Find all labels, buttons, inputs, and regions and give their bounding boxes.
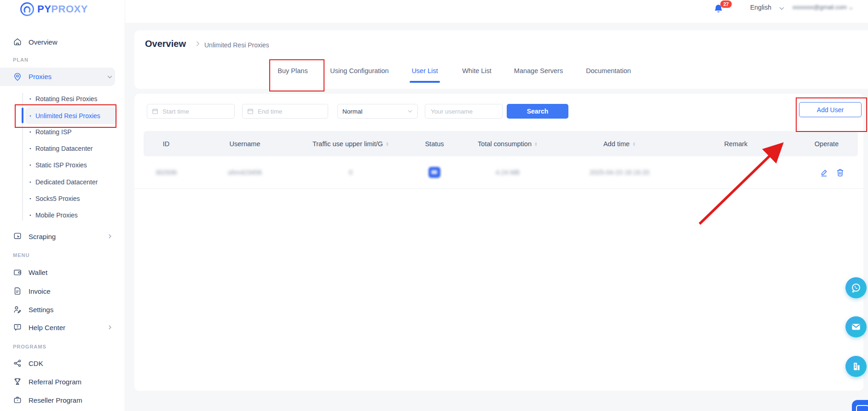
pyproxy-dashboard: PYPROXY Overview PLAN Proxies ▪Rotating …	[0, 0, 868, 411]
share-nodes-icon	[13, 359, 22, 368]
column-header-total-consumption: Total consumption ▲▼	[478, 131, 538, 156]
user-list-panel: Normal Search Add User ID Username Traff…	[134, 94, 863, 391]
building-icon	[850, 360, 862, 372]
table-header: ID Username Traffic use upper limit/G ▲▼…	[144, 131, 858, 156]
sidebar-item-referral-program[interactable]: Referral Program	[0, 373, 120, 390]
end-time-input[interactable]	[257, 108, 323, 115]
bullet-icon: ▪	[29, 97, 31, 101]
status-select[interactable]: Normal	[337, 104, 418, 119]
cell-traffic-limit: 0	[349, 156, 353, 188]
end-time-field[interactable]	[242, 104, 328, 119]
column-header-id: ID	[163, 131, 170, 156]
column-header-add-time: Add time ▲▼	[603, 131, 636, 156]
sidebar-item-rotating-datacenter[interactable]: ▪Rotating Datacenter	[25, 140, 117, 157]
sidebar-item-help-center[interactable]: ? Help Center	[0, 319, 120, 336]
delete-icon[interactable]	[835, 168, 845, 177]
column-header-username: Username	[230, 131, 260, 156]
tab-buy-plans[interactable]: Buy Plans	[278, 67, 307, 74]
tab-white-list[interactable]: White List	[462, 67, 492, 74]
page-header-card: Overview Unlimited Resi Proxies Buy Plan…	[134, 30, 868, 89]
scraping-icon	[13, 232, 22, 241]
start-time-input[interactable]	[162, 108, 230, 115]
username-field[interactable]	[425, 104, 503, 119]
whatsapp-icon	[850, 282, 862, 294]
location-pin-icon	[13, 72, 22, 81]
sidebar-item-label: Overview	[29, 38, 58, 46]
pyproxy-logo-icon	[20, 2, 34, 16]
cell-operate	[819, 156, 845, 188]
status-select-value: Normal	[342, 108, 363, 115]
breadcrumb-current: Unlimited Resi Proxies	[204, 41, 269, 49]
section-label-plan: PLAN	[13, 57, 29, 63]
sidebar-item-overview[interactable]: Overview	[0, 34, 120, 50]
briefcase-icon	[13, 395, 22, 405]
sort-control[interactable]: ▲▼	[534, 142, 538, 146]
sidebar-item-reseller-program[interactable]: Reseller Program	[0, 392, 120, 408]
breadcrumb-chevron-icon	[195, 40, 201, 47]
sidebar-item-rotating-isp[interactable]: ▪Rotating ISP	[25, 124, 117, 140]
wallet-icon	[13, 268, 22, 277]
sidebar-item-rotating-resi-proxies[interactable]: ▪Rotating Resi Proxies	[25, 91, 117, 107]
sidebar-item-socks5-proxies[interactable]: ▪Socks5 Proxies	[25, 190, 117, 207]
tab-using-configuration[interactable]: Using Configuration	[330, 67, 388, 74]
language-selector[interactable]: English	[750, 4, 771, 11]
tab-documentation[interactable]: Documentation	[586, 67, 631, 74]
status-badge[interactable]	[428, 167, 440, 178]
cell-status	[428, 156, 440, 188]
chevron-down-icon	[779, 6, 785, 11]
chevron-right-icon	[107, 325, 113, 330]
column-header-traffic-limit: Traffic use upper limit/G ▲▼	[312, 131, 389, 156]
bullet-icon: ▪	[29, 114, 31, 118]
sidebar-item-cdk[interactable]: CDK	[0, 355, 120, 371]
edit-icon[interactable]	[819, 168, 829, 177]
column-header-remark: Remark	[724, 131, 748, 156]
calendar-icon	[152, 108, 158, 114]
username-input[interactable]	[430, 108, 498, 115]
sort-control[interactable]: ▲▼	[632, 142, 636, 146]
sidebar-item-proxies[interactable]: Proxies	[0, 68, 115, 86]
bullet-icon: ▪	[29, 213, 31, 217]
brand-logo[interactable]: PYPROXY	[20, 2, 88, 16]
whatsapp-button[interactable]	[845, 277, 867, 298]
column-header-status: Status	[425, 131, 444, 156]
section-label-programs: PROGRAMS	[13, 344, 46, 349]
notification-count-badge: 27	[720, 0, 732, 8]
sidebar-item-settings[interactable]: Settings	[0, 301, 120, 318]
active-tab-indicator	[410, 81, 440, 83]
email-button[interactable]	[845, 316, 867, 337]
cell-id: 302936	[156, 156, 177, 188]
sidebar-item-wallet[interactable]: Wallet	[0, 264, 120, 280]
account-menu[interactable]: xxxxxxx@gmail.com ⌄	[793, 4, 853, 11]
sidebar-item-invoice[interactable]: Invoice	[0, 283, 120, 299]
tab-manage-servers[interactable]: Manage Servers	[514, 67, 563, 74]
add-user-button[interactable]: Add User	[799, 102, 862, 117]
live-chat-button[interactable]	[852, 400, 868, 411]
chevron-right-icon	[107, 234, 113, 239]
trophy-icon	[13, 377, 22, 386]
email-icon	[850, 321, 862, 333]
company-button[interactable]	[845, 356, 867, 377]
chevron-down-icon: ⌄	[849, 4, 854, 11]
page-title: Overview	[145, 39, 186, 49]
sort-control[interactable]: ▲▼	[386, 142, 389, 146]
bullet-icon: ▪	[29, 163, 31, 167]
sidebar-item-dedicated-datacenter[interactable]: ▪Dedicated Datacenter	[25, 174, 117, 190]
sidebar-item-static-isp-proxies[interactable]: ▪Static ISP Proxies	[25, 157, 117, 173]
bullet-icon: ▪	[29, 130, 31, 134]
document-icon	[13, 286, 22, 296]
sidebar-item-unlimited-resi-proxies[interactable]: ▪Unlimited Resi Proxies	[25, 107, 117, 124]
start-time-field[interactable]	[147, 104, 235, 119]
user-settings-icon	[13, 305, 22, 314]
calendar-icon	[247, 108, 254, 114]
search-button[interactable]: Search	[507, 104, 568, 119]
active-item-indicator	[22, 108, 23, 123]
svg-text:?: ?	[17, 325, 19, 329]
sidebar-item-label: Proxies	[29, 73, 52, 80]
sidebar-item-mobile-proxies[interactable]: ▪Mobile Proxies	[25, 207, 117, 223]
section-label-menu: MENU	[13, 252, 29, 258]
help-icon: ?	[13, 323, 22, 332]
tab-user-list[interactable]: User List	[411, 67, 438, 74]
cell-username: uhm423456	[228, 156, 262, 188]
sidebar-item-label: Scraping	[29, 233, 56, 240]
sidebar-item-scraping[interactable]: Scraping	[0, 228, 120, 245]
